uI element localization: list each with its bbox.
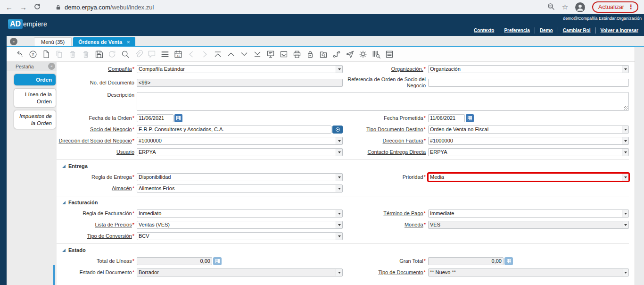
tipo-documento-destino-label[interactable]: Tipo Documento Destino*	[343, 126, 428, 133]
tipo-documento-label[interactable]: Tipo de Documento*	[343, 269, 428, 276]
termino-pago-label[interactable]: Término de Pago*	[343, 210, 428, 217]
collapse-sidebar-icon[interactable]: «	[48, 63, 55, 70]
almacen-dropdown-button[interactable]	[336, 185, 342, 192]
help-icon[interactable]: ?	[27, 49, 38, 60]
usuario-label[interactable]: Usuario	[57, 149, 137, 155]
estado-documento-dropdown-button[interactable]	[336, 269, 342, 276]
tipo-documento-dropdown-button[interactable]	[622, 269, 628, 276]
context-link[interactable]: Contexto	[469, 27, 499, 34]
workflow-icon[interactable]	[331, 49, 342, 60]
lista-precios-combobox[interactable]: Ventas (VES)	[137, 221, 343, 229]
direccion-factura-label[interactable]: Dirección Factura*	[343, 138, 428, 144]
almacen-label[interactable]: Almacén*	[57, 185, 137, 192]
sidebar-tab-orden[interactable]: Orden	[14, 74, 56, 85]
no-documento-input[interactable]: <99>	[137, 79, 343, 87]
send-icon[interactable]	[344, 49, 355, 60]
next-record-icon[interactable]	[239, 49, 249, 60]
socio-label[interactable]: Socio del Negocio*	[57, 126, 137, 133]
logout-link[interactable]: Volver a Ingresar	[596, 27, 643, 34]
zoom-across-icon[interactable]	[318, 49, 329, 60]
direccion-socio-combobox[interactable]: #1000000	[137, 137, 343, 145]
grid-toggle-icon[interactable]	[159, 49, 170, 60]
section-estado[interactable]: Estado	[57, 244, 629, 257]
regla-entrega-combobox[interactable]: Disponibilidad	[137, 173, 343, 181]
last-record-icon[interactable]	[252, 49, 263, 60]
fecha-prometida-input[interactable]: 11/06/2021	[428, 114, 465, 122]
moneda-label[interactable]: Moneda*	[343, 222, 428, 228]
estado-documento-combobox[interactable]: Borrador	[137, 268, 343, 277]
previous-record-icon[interactable]	[225, 49, 236, 60]
gran-total-calculator-button[interactable]	[504, 257, 513, 265]
regla-facturacion-dropdown-button[interactable]	[336, 210, 342, 217]
compania-dropdown-button[interactable]	[336, 66, 342, 73]
compania-combobox[interactable]: Compañía Estándar	[137, 65, 343, 73]
back-icon[interactable]: ←	[6, 4, 13, 11]
fecha-orden-calendar-button[interactable]	[174, 114, 182, 122]
lock-icon[interactable]	[305, 49, 315, 60]
calendar-icon[interactable]: 31	[173, 49, 183, 60]
sidebar-tab-linea-de-la-orden[interactable]: Línea de la Orden	[14, 89, 56, 107]
section-facturacion[interactable]: Facturación	[57, 196, 629, 210]
first-record-icon[interactable]	[212, 49, 223, 60]
total-lineas-input[interactable]: 0,00	[137, 257, 212, 265]
tipo-conversion-dropdown-button[interactable]	[336, 233, 342, 240]
reload-icon[interactable]	[34, 3, 41, 11]
archive-icon[interactable]	[278, 49, 289, 60]
preference-link[interactable]: Preferencia	[499, 27, 535, 34]
prioridad-combobox[interactable]: Media	[428, 173, 629, 181]
prioridad-dropdown-button[interactable]	[622, 174, 628, 181]
update-browser-button[interactable]: Actualizar ⋮	[592, 1, 638, 13]
tab-ordenes-de-venta[interactable]: Órdenes de Venta ×	[73, 37, 135, 46]
total-lineas-calculator-button[interactable]	[213, 257, 222, 265]
address-bar[interactable]: demo.erpya.com/webui/index.zul	[55, 4, 154, 11]
referencia-input[interactable]	[428, 79, 629, 87]
print-preview-icon[interactable]	[384, 49, 395, 60]
expand-panel-icon[interactable]: »	[10, 38, 17, 45]
section-entrega[interactable]: Entrega	[57, 160, 629, 173]
socio-input[interactable]: E.R.P. Consultores y Asociados, C.A.	[137, 126, 331, 134]
moneda-combobox[interactable]: VES	[428, 221, 629, 229]
tipo-conversion-combobox[interactable]: BCV	[137, 232, 343, 240]
find-icon[interactable]	[120, 49, 131, 60]
socio-search-button[interactable]	[332, 126, 343, 134]
direccion-socio-label[interactable]: Dirección del Socio del Negocio*	[57, 138, 137, 144]
zoom-out-icon[interactable]	[547, 3, 555, 12]
almacen-combobox[interactable]: Alimentos Fríos	[137, 184, 343, 193]
direccion-socio-dropdown-button[interactable]	[336, 137, 342, 144]
bookmark-star-icon[interactable]: ☆	[562, 3, 568, 11]
usuario-dropdown-button[interactable]	[336, 149, 342, 156]
tipo-documento-destino-dropdown-button[interactable]	[622, 126, 628, 133]
undo-icon[interactable]	[14, 49, 25, 60]
termino-pago-dropdown-button[interactable]	[622, 210, 628, 217]
save-icon[interactable]	[93, 49, 104, 60]
settings-icon[interactable]	[357, 49, 368, 60]
close-tab-icon[interactable]: ×	[127, 39, 130, 45]
tab-menu[interactable]: Menú (35)	[34, 37, 72, 46]
organizacion-dropdown-button[interactable]	[622, 66, 628, 73]
tipo-documento-destino-combobox[interactable]: Orden de Venta no Fiscal	[428, 126, 629, 134]
regla-entrega-dropdown-button[interactable]	[336, 174, 342, 181]
usuario-combobox[interactable]: ERPYA	[137, 148, 343, 156]
fecha-orden-input[interactable]: 11/06/2021	[137, 114, 173, 122]
lista-precios-label[interactable]: Lista de Precios*	[57, 222, 137, 228]
report-icon[interactable]	[265, 49, 276, 60]
fecha-prometida-calendar-button[interactable]	[466, 114, 474, 122]
direccion-factura-dropdown-button[interactable]	[622, 137, 628, 144]
forward-icon[interactable]: →	[20, 4, 27, 11]
moneda-dropdown-button[interactable]	[622, 221, 628, 228]
direccion-factura-combobox[interactable]: #1000000	[428, 137, 629, 145]
regla-facturacion-combobox[interactable]: Inmediato	[137, 210, 343, 218]
contacto-entrega-label[interactable]: Contacto Entrega Directa	[343, 149, 428, 155]
right-scroll-track[interactable]	[635, 47, 644, 285]
browser-menu-icon[interactable]: ⋮	[628, 3, 634, 10]
compania-label[interactable]: Compañía*	[57, 66, 137, 72]
contacto-entrega-combobox[interactable]: ERPYA	[428, 148, 629, 156]
tipo-conversion-label[interactable]: Tipo de Conversión*	[57, 233, 137, 239]
splitter-handle[interactable]	[53, 265, 55, 285]
product-info-icon[interactable]	[371, 49, 381, 60]
termino-pago-combobox[interactable]: Immediate	[428, 210, 629, 218]
tipo-documento-combobox[interactable]: ** Nuevo **	[428, 268, 629, 277]
print-icon[interactable]	[291, 49, 302, 60]
gran-total-input[interactable]: 0,00	[428, 257, 504, 265]
sidebar-tab-impuestos-de-la-orden[interactable]: Impuestos de la Orden	[14, 110, 56, 129]
